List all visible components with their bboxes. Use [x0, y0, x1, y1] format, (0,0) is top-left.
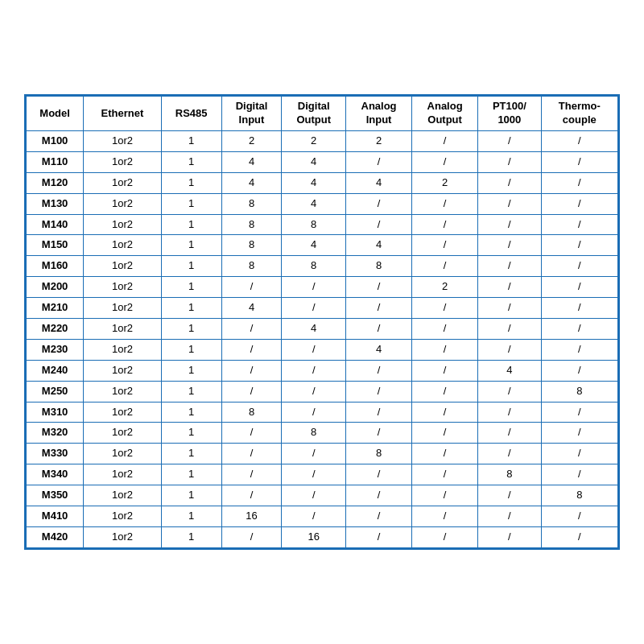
model-cell: M230 [27, 339, 84, 360]
data-cell: / [221, 423, 282, 444]
data-cell: 1 [161, 381, 221, 402]
table-row: M3401or21////8/ [27, 464, 618, 485]
table-row: M2001or21///2// [27, 277, 618, 298]
data-cell: 1 [161, 172, 221, 193]
data-cell: / [478, 235, 541, 256]
data-cell: / [541, 130, 617, 151]
header-row: Model Ethernet RS485 DigitalInput Digita… [27, 97, 618, 131]
data-cell: 1or2 [84, 464, 162, 485]
data-cell: / [412, 298, 478, 319]
data-cell: 1or2 [84, 339, 162, 360]
data-cell: / [221, 319, 282, 340]
model-cell: M320 [27, 423, 84, 444]
data-cell: 1or2 [84, 444, 162, 464]
model-cell: M110 [27, 151, 84, 172]
data-cell: / [282, 298, 346, 319]
data-cell: / [478, 506, 541, 527]
data-cell: 1or2 [84, 214, 162, 235]
table-row: M1501or21844/// [27, 235, 618, 256]
spec-table: Model Ethernet RS485 DigitalInput Digita… [26, 96, 618, 548]
table-row: M4201or21/16//// [27, 526, 618, 547]
data-cell: 1or2 [84, 130, 162, 151]
data-cell: 1or2 [84, 506, 162, 527]
table-row: M3201or21/8//// [27, 423, 618, 444]
data-cell: 1or2 [84, 298, 162, 319]
data-cell: / [478, 130, 541, 151]
data-cell: 1or2 [84, 319, 162, 340]
model-cell: M250 [27, 381, 84, 402]
data-cell: 1or2 [84, 360, 162, 381]
data-cell: / [221, 485, 282, 506]
col-pt100: PT100/1000 [478, 97, 541, 131]
data-cell: 1or2 [84, 193, 162, 214]
data-cell: 1 [161, 526, 221, 547]
model-cell: M350 [27, 485, 84, 506]
data-cell: / [346, 506, 412, 527]
data-cell: / [541, 506, 617, 527]
data-cell: 4 [346, 235, 412, 256]
data-cell: / [478, 214, 541, 235]
model-cell: M310 [27, 402, 84, 423]
data-cell: / [478, 444, 541, 464]
data-cell: / [478, 172, 541, 193]
data-cell: 1 [161, 298, 221, 319]
data-cell: 8 [221, 256, 282, 277]
data-cell: / [412, 193, 478, 214]
col-ethernet: Ethernet [84, 97, 162, 131]
data-cell: / [478, 485, 541, 506]
data-cell: 1 [161, 360, 221, 381]
data-cell: / [412, 485, 478, 506]
data-cell: / [346, 423, 412, 444]
data-cell: / [478, 526, 541, 547]
data-cell: / [478, 423, 541, 444]
model-cell: M130 [27, 193, 84, 214]
table-row: M1301or2184//// [27, 193, 618, 214]
data-cell: / [478, 256, 541, 277]
col-analog-input: AnalogInput [346, 97, 412, 131]
data-cell: 8 [478, 464, 541, 485]
data-cell: 8 [282, 214, 346, 235]
model-cell: M150 [27, 235, 84, 256]
data-cell: 4 [221, 298, 282, 319]
data-cell: 4 [282, 319, 346, 340]
table-row: M2501or21/////8 [27, 381, 618, 402]
data-cell: / [346, 360, 412, 381]
data-cell: / [282, 277, 346, 298]
table-row: M1401or2188//// [27, 214, 618, 235]
data-cell: 1 [161, 256, 221, 277]
data-cell: 1 [161, 485, 221, 506]
table-row: M1601or21888/// [27, 256, 618, 277]
data-cell: / [221, 381, 282, 402]
data-cell: 1 [161, 151, 221, 172]
model-cell: M410 [27, 506, 84, 527]
data-cell: / [541, 214, 617, 235]
data-cell: 1or2 [84, 526, 162, 547]
data-cell: 1or2 [84, 172, 162, 193]
data-cell: 4 [346, 339, 412, 360]
data-cell: / [346, 319, 412, 340]
data-cell: 4 [282, 193, 346, 214]
data-cell: 1 [161, 319, 221, 340]
data-cell: / [412, 235, 478, 256]
data-cell: / [412, 151, 478, 172]
data-cell: 1 [161, 402, 221, 423]
data-cell: 2 [346, 130, 412, 151]
data-cell: / [478, 298, 541, 319]
data-cell: 2 [221, 130, 282, 151]
data-cell: 1 [161, 444, 221, 464]
data-cell: 8 [282, 256, 346, 277]
data-cell: 1 [161, 464, 221, 485]
data-cell: / [221, 444, 282, 464]
data-cell: 1or2 [84, 381, 162, 402]
data-cell: 2 [412, 277, 478, 298]
data-cell: / [541, 235, 617, 256]
data-cell: / [282, 464, 346, 485]
data-cell: 1 [161, 235, 221, 256]
col-digital-input: DigitalInput [221, 97, 282, 131]
data-cell: 4 [221, 151, 282, 172]
data-cell: / [412, 360, 478, 381]
col-rs485: RS485 [161, 97, 221, 131]
data-cell: / [412, 526, 478, 547]
data-cell: / [541, 151, 617, 172]
data-cell: 1or2 [84, 151, 162, 172]
